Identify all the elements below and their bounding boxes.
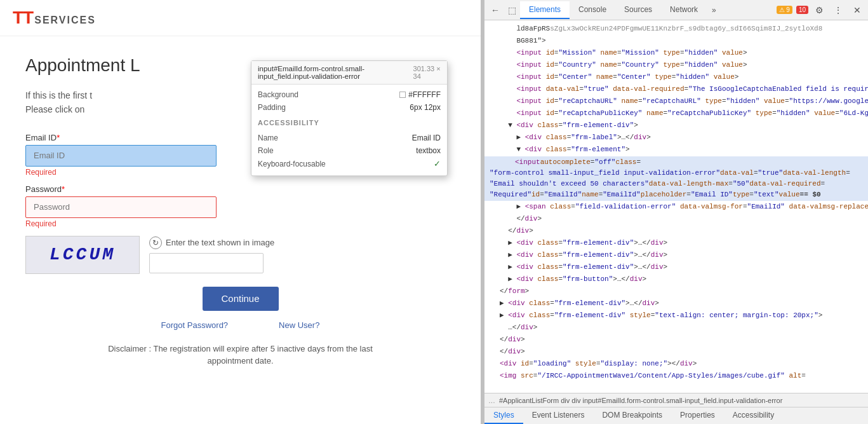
tooltip-popup: input#EmailId.form-control.small-input_f… [251, 60, 448, 176]
devtools-tabbar: ← ⬚ Elements Console Sources Network » ⚠… [484, 0, 868, 20]
html-line: ld8aFpRSsZgLx3wOckREun24PDFgmwUE11KnzbrF… [484, 23, 868, 35]
breadcrumb-text: #ApplicantListForm div div input#EmailId… [499, 397, 782, 404]
html-line: <div id="loading" style="display: none;"… [484, 358, 868, 370]
tab-network[interactable]: Network [661, 1, 707, 19]
disclaimer: Disclaimer : The registration will expir… [98, 343, 384, 367]
bottom-links: Forgot Password? New User? [25, 320, 455, 330]
html-line: <input id="Country" name="Country" type=… [484, 59, 868, 71]
html-line: ▶ <div class="frm-element-div">…</div> [484, 297, 868, 310]
password-label: Password* [25, 184, 455, 194]
forgot-password-link[interactable]: Forgot Password? [161, 320, 229, 330]
accessibility-header: ACCESSIBILITY [251, 115, 447, 128]
html-line: ▶ <div class="frm-element-div">…</div> [484, 237, 868, 249]
bottom-tab-styles[interactable]: Styles [484, 407, 523, 424]
bottom-tab-properties[interactable]: Properties [671, 407, 724, 424]
devtools-panel: ← ⬚ Elements Console Sources Network » ⚠… [484, 0, 868, 424]
devtools-html-content[interactable]: ld8aFpRSsZgLx3wOckREun24PDFgmwUE11KnzbrF… [484, 20, 868, 393]
settings-icon[interactable]: ⚙ [811, 2, 827, 18]
devtools-inspect-icon[interactable]: ⬚ [504, 2, 520, 18]
html-line: </div> [484, 225, 868, 237]
logo-services: SERVICES [34, 15, 96, 26]
continue-button[interactable]: Continue [203, 287, 279, 311]
html-line: <input id="reCaptchaPublicKey" name="reC… [484, 107, 868, 120]
password-error: Required [25, 219, 455, 228]
more-options-icon[interactable]: ⋮ [830, 2, 846, 18]
html-line: </form> [484, 285, 868, 297]
logo: TT SERVICES [13, 8, 468, 28]
html-line: ▶ <span class="field-validation-error" d… [484, 201, 868, 213]
html-line: <img src="/IRCC-AppointmentWave1/Content… [484, 370, 868, 382]
devtools-right-icons: ⚠ 9 10 ⚙ ⋮ ✕ [777, 2, 865, 18]
html-selected-line[interactable]: <input autocomplete="off" class="form-co… [484, 156, 868, 201]
html-line: ▶ <div class="frm-button">…</div> [484, 273, 868, 285]
captcha-image: LCCUM [25, 236, 140, 274]
html-line: <input id="Center" name="Center" type="h… [484, 71, 868, 83]
tab-more-icon[interactable]: » [707, 2, 721, 18]
password-input[interactable] [25, 196, 217, 218]
header: TT SERVICES [0, 0, 481, 36]
devtools-bottom-tabs: Styles Event Listeners DOM Breakpoints P… [484, 407, 868, 424]
html-line: ▼ <div class="frm-element"> [484, 144, 868, 156]
html-line: <input id="Mission" name="Mission" type=… [484, 47, 868, 59]
html-line: ▶ <div class="frm-element-div" style="te… [484, 310, 868, 322]
tab-sources[interactable]: Sources [615, 1, 661, 19]
tooltip-title: input#EmailId.form-control.small-input_f… [251, 61, 447, 85]
tooltip-bg-row: Background #FFFFFF Padding 6px 12px [251, 85, 447, 115]
html-line: ▶ <div class="frm-element-div">…</div> [484, 261, 868, 273]
error-badge: 10 [796, 6, 808, 14]
html-line: ▶ <div class="frm-element-div">…</div> [484, 249, 868, 261]
devtools-breadcrumb: … #ApplicantListForm div div input#Email… [484, 393, 868, 407]
refresh-icon[interactable]: ↻ [149, 236, 162, 249]
html-line: </div> [484, 334, 868, 346]
devtools-back-icon[interactable]: ← [487, 2, 504, 18]
html-line: </div> [484, 346, 868, 358]
captcha-right: ↻ Enter the text shown in image [149, 236, 274, 273]
close-devtools-icon[interactable]: ✕ [849, 2, 865, 18]
tab-console[interactable]: Console [570, 1, 615, 19]
html-line: <input id="reCaptchaURL" name="reCaptcha… [484, 95, 868, 107]
tab-elements[interactable]: Elements [520, 1, 570, 19]
captcha-instruction: Enter the text shown in image [166, 238, 274, 247]
breadcrumb-expand[interactable]: … [488, 397, 495, 404]
tooltip-size: 301.33 × 34 [413, 65, 441, 80]
captcha-refresh-row: ↻ Enter the text shown in image [149, 236, 274, 249]
new-user-link[interactable]: New User? [279, 320, 319, 330]
captcha-input[interactable] [149, 253, 264, 273]
bottom-tab-accessibility[interactable]: Accessibility [724, 407, 783, 424]
bg-color-swatch [399, 92, 406, 98]
html-line: ▼ <div class="frm-element-div"> [484, 120, 868, 132]
logo-tt: TT [13, 8, 33, 28]
email-input[interactable] [25, 145, 217, 167]
html-line: BG881"> [484, 35, 868, 47]
html-line: </div> [484, 213, 868, 225]
bottom-tab-dom-breakpoints[interactable]: DOM Breakpoints [593, 407, 671, 424]
html-line: ▶ <div class="frm-label">…</div> [484, 132, 868, 144]
html-line: <input data-val="true" data-val-required… [484, 83, 868, 95]
password-group: Password* Required [25, 184, 455, 228]
warning-badge: ⚠ 9 [777, 6, 792, 14]
tooltip-accessibility: Name Email ID Role textbox Keyboard-focu… [251, 128, 447, 172]
bottom-tab-event-listeners[interactable]: Event Listeners [523, 407, 594, 424]
html-line: …</div> [484, 322, 868, 334]
captcha-section: LCCUM ↻ Enter the text shown in image [25, 236, 455, 274]
